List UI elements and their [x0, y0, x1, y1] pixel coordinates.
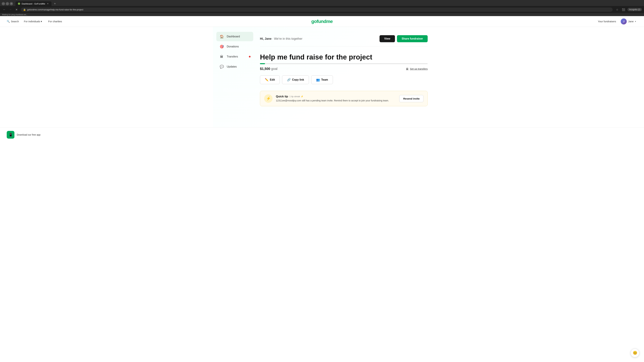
transfers-icon: 🏛 [219, 54, 224, 59]
search-nav-item[interactable]: 🔍 Search [7, 20, 19, 23]
home-icon: 🏠 [219, 34, 224, 39]
gofundme-logo[interactable]: gofundme [311, 19, 332, 24]
chat-icon: 😊 [633, 351, 637, 355]
user-avatar: J [621, 18, 627, 24]
status-text: Waiting for ping.chartbeat.net... [2, 13, 28, 15]
team-icon: 👥 [316, 78, 320, 82]
goal-value: $1,500 [260, 67, 270, 70]
user-menu[interactable]: J Jane ▾ [619, 18, 637, 25]
chevron-down-icon: ▾ [41, 20, 42, 23]
fundraiser-header: Hi, Jane · We're in this together View S… [260, 32, 428, 46]
tip-streak: 1 tip streak ⚡ [290, 95, 304, 98]
status-bar: Waiting for ping.chartbeat.net... [0, 13, 644, 16]
your-fundraisers-link[interactable]: Your fundraisers [598, 20, 616, 23]
close-window-btn[interactable]: ✕ [10, 2, 13, 5]
for-charities-label: For charities [48, 20, 62, 23]
team-button[interactable]: 👥 Team [311, 75, 333, 84]
lightning-icon: ⚡ [266, 96, 271, 101]
setup-transfers-link[interactable]: 🏛 Set up transfers [406, 67, 428, 70]
back-btn[interactable]: ← [2, 7, 7, 12]
sidebar-btn[interactable]: ⬛ [621, 7, 626, 12]
nav-left: 🔍 Search For individuals ▾ For charities [7, 19, 63, 24]
sidebar-dashboard-label: Dashboard [227, 35, 240, 38]
setup-transfers-label: Set up transfers [410, 67, 428, 70]
avatar-content: J [623, 20, 624, 23]
quick-tip-title-text: Quick tip [276, 95, 288, 98]
edit-button[interactable]: ✏️ Edit [260, 75, 280, 84]
nav-right: Your fundraisers J Jane ▾ [598, 18, 637, 25]
copy-link-icon: 🔗 [287, 78, 291, 82]
search-label: Search [11, 20, 19, 23]
support-chat-button[interactable]: 😊 [630, 349, 639, 357]
quick-tip-title: Quick tip 1 tip streak ⚡ [276, 95, 396, 98]
edit-icon: ✏️ [265, 78, 268, 82]
footer-area: 📱 Download our free app [0, 127, 644, 142]
user-menu-chevron-icon: ▾ [635, 20, 636, 23]
download-app-text[interactable]: Download our free app [17, 133, 40, 136]
goal-amount: $1,500 goal [260, 67, 278, 71]
sidebar-item-dashboard[interactable]: 🏠 Dashboard [216, 32, 253, 41]
tab-bar: — □ ✕ 🟢 Dashboard - GoFundMe ✕ + [2, 1, 642, 6]
site-nav: 🔍 Search For individuals ▾ For charities… [0, 16, 644, 27]
nav-logo-center: gofundme [311, 19, 332, 24]
updates-icon: 💬 [219, 64, 224, 69]
sidebar-transfers-label: Transfers [227, 55, 238, 58]
reload-btn[interactable]: ✕ [14, 7, 19, 12]
browser-toolbar: ☆ ⬛ Incognito (2) [615, 7, 642, 12]
transfers-notification-dot [249, 56, 250, 57]
address-input-wrap[interactable]: 🔒 gofundme.com/manage/help-me-fund-raise… [21, 7, 613, 12]
sidebar-item-donations[interactable]: 🎯 Donations [216, 42, 253, 51]
quick-tip-content: Quick tip 1 tip streak ⚡ 12311ee@moodjoy… [276, 95, 396, 102]
quick-tip-banner: ⚡ Quick tip 1 tip streak ⚡ 12311ee@moodj… [260, 91, 428, 106]
goal-line: $1,500 goal 🏛 Set up transfers [260, 67, 428, 71]
greeting-name: Hi, Jane [260, 37, 272, 40]
search-icon: 🔍 [7, 20, 10, 23]
sidebar-item-transfers[interactable]: 🏛 Transfers [216, 52, 253, 61]
sidebar-updates-label: Updates [227, 65, 237, 68]
greeting-sub: · We're in this together [272, 37, 302, 40]
quick-tip-text: 12311ee@moodjoy.com still has a pending … [276, 99, 396, 102]
tab-close-btn[interactable]: ✕ [46, 2, 49, 5]
for-charities-nav-item[interactable]: For charities [47, 19, 63, 23]
share-fundraiser-button[interactable]: Share fundraiser [397, 35, 428, 42]
view-button[interactable]: View [380, 35, 395, 42]
forward-btn[interactable]: → [8, 7, 13, 12]
nav-buttons: ← → ✕ [2, 7, 19, 12]
for-individuals-nav-item[interactable]: For individuals ▾ [23, 19, 43, 24]
address-text: gofundme.com/manage/help-me-fund-raise-f… [27, 8, 610, 11]
minimize-btn[interactable]: — [2, 2, 5, 5]
greeting: Hi, Jane · We're in this together [260, 37, 302, 40]
active-tab[interactable]: 🟢 Dashboard - GoFundMe ✕ [16, 1, 52, 6]
quick-tip-icon: ⚡ [264, 94, 272, 103]
new-tab-btn[interactable]: + [52, 1, 57, 6]
maximize-btn[interactable]: □ [6, 2, 9, 5]
lock-icon: 🔒 [23, 8, 26, 11]
resend-invite-button[interactable]: Resend invite [399, 95, 424, 102]
main-content: Hi, Jane · We're in this together View S… [260, 32, 428, 122]
bookmark-btn[interactable]: ☆ [615, 7, 620, 12]
window-controls: — □ ✕ [2, 2, 13, 5]
goal-label: goal [271, 67, 278, 70]
copy-link-button[interactable]: 🔗 Copy link [282, 75, 309, 84]
donations-icon: 🎯 [219, 44, 224, 49]
browser-chrome: — □ ✕ 🟢 Dashboard - GoFundMe ✕ + [0, 0, 644, 6]
sidebar-item-updates[interactable]: 💬 Updates [216, 62, 253, 71]
edit-label: Edit [270, 78, 275, 81]
main-layout: 🏠 Dashboard 🎯 Donations 🏛 Transfers 💬 Up… [213, 27, 431, 127]
logo-text: gofundme [311, 19, 332, 24]
fundraiser-title: Help me fund raise for the project [260, 53, 428, 61]
phone-icon: 📱 [8, 133, 13, 137]
copy-link-label: Copy link [292, 78, 304, 81]
progress-bar [260, 63, 428, 64]
sidebar: 🏠 Dashboard 🎯 Donations 🏛 Transfers 💬 Up… [216, 32, 253, 122]
user-name: Jane [628, 20, 634, 23]
greeting-text: Hi, Jane · We're in this together [260, 37, 302, 40]
incognito-badge: Incognito (2) [628, 8, 642, 11]
progress-bar-fill [260, 63, 265, 64]
for-individuals-label: For individuals [24, 20, 40, 23]
action-buttons-group: ✏️ Edit 🔗 Copy link 👥 Team [260, 75, 428, 84]
streak-lightning-icon: ⚡ [301, 95, 304, 98]
app-icon: 📱 [7, 131, 14, 139]
sidebar-donations-label: Donations [227, 45, 239, 48]
tab-title: Dashboard - GoFundMe [22, 2, 45, 5]
